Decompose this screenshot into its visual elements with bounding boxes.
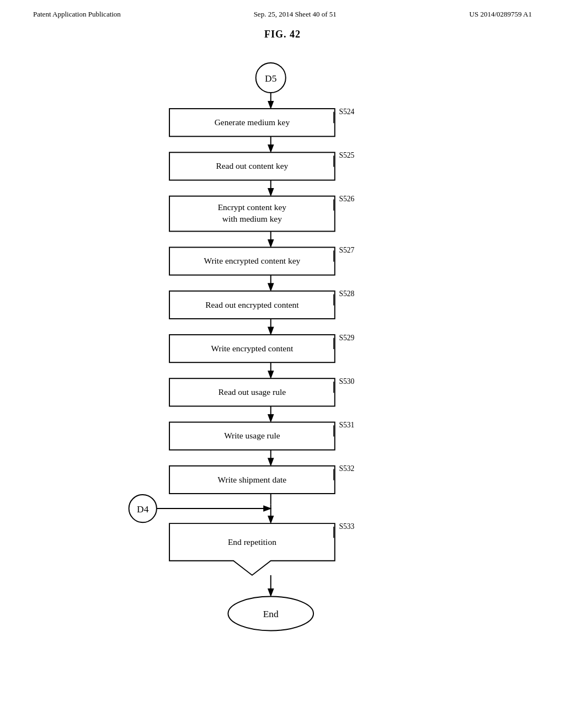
s531-step: S531 [339, 421, 354, 429]
flowchart-svg: D5 Generate medium key S524 Read out con… [0, 46, 565, 686]
d5-label: D5 [265, 73, 277, 84]
s529-step: S529 [339, 334, 354, 342]
end-label: End [263, 608, 279, 619]
s531-label: Write usage rule [224, 431, 280, 440]
header-right: US 2014/0289759 A1 [470, 10, 532, 19]
s533-box [169, 523, 335, 575]
s527-label: Write encrypted content key [204, 256, 300, 265]
s525-label: Read out content key [216, 161, 288, 170]
s530-label: Read out usage rule [218, 387, 286, 397]
page-header: Patent Application Publication Sep. 25, … [0, 0, 565, 19]
s532-label: Write shipment date [218, 475, 287, 484]
header-center: Sep. 25, 2014 Sheet 40 of 51 [254, 10, 337, 19]
s530-step: S530 [339, 377, 354, 386]
figure-title: FIG. 42 [0, 29, 565, 40]
s526-label-line2: with medium key [222, 214, 282, 223]
s529-label: Write encrypted content [211, 344, 294, 353]
s533-label: End repetition [228, 537, 276, 547]
s528-label: Read out encrypted content [205, 300, 299, 309]
s526-step: S526 [339, 195, 354, 203]
d4-label: D4 [137, 504, 149, 515]
header-left: Patent Application Publication [33, 10, 121, 19]
s524-label: Generate medium key [215, 117, 290, 127]
s524-step: S524 [339, 108, 354, 116]
flowchart-diagram: D5 Generate medium key S524 Read out con… [0, 46, 565, 686]
s533-step: S533 [339, 522, 354, 531]
s528-step: S528 [339, 290, 354, 298]
s525-step: S525 [339, 151, 354, 159]
s532-step: S532 [339, 464, 354, 473]
s526-label-line1: Encrypt content key [218, 202, 287, 212]
s527-step: S527 [339, 246, 354, 254]
